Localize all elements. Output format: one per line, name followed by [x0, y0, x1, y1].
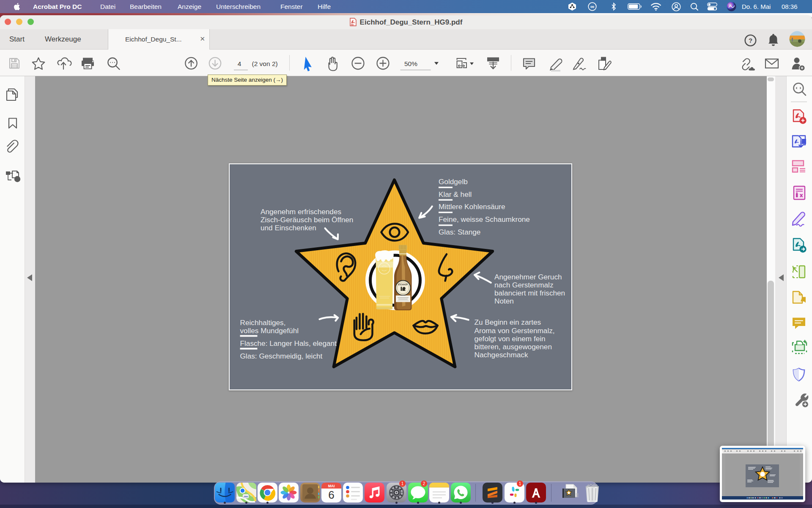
svg-text:6: 6	[328, 489, 334, 501]
svg-text:Zu Beginn ein zartes: Zu Beginn ein zartes	[475, 318, 541, 326]
svg-text:EICHHOF: EICHHOF	[398, 284, 408, 286]
svg-text:Noten: Noten	[494, 297, 514, 305]
svg-text:Zisch-Geräusch beim Öffnen: Zisch-Geräusch beim Öffnen	[261, 215, 353, 224]
svg-text:bitteren, ausgewogenen: bitteren, ausgewogenen	[475, 342, 552, 351]
svg-text:?: ?	[749, 37, 752, 44]
svg-text:Mittlere Kohlensäure: Mittlere Kohlensäure	[439, 202, 505, 211]
svg-text:Angenehm erfrischendes: Angenehm erfrischendes	[261, 207, 341, 216]
svg-text:und Einschenken: und Einschenken	[261, 224, 316, 232]
svg-text:Angenehmer Geruch: Angenehmer Geruch	[494, 273, 562, 281]
svg-text:Flasche: Langer Hals, elegant: Flasche: Langer Hals, elegant	[240, 339, 337, 348]
svg-text:Feine, weisse Schaumkrone: Feine, weisse Schaumkrone	[439, 215, 530, 224]
svg-text:Nachgeschmack: Nachgeschmack	[475, 351, 528, 359]
svg-text:Reichhaltiges,: Reichhaltiges,	[240, 318, 286, 327]
svg-text:280: 280	[243, 495, 248, 498]
svg-text:volles Mundgefühl: volles Mundgefühl	[240, 326, 299, 335]
svg-text:i: i	[17, 177, 18, 182]
svg-text:PDF: PDF	[351, 24, 354, 25]
svg-text:Glas: Stange: Glas: Stange	[439, 228, 480, 236]
svg-text:Klar & hell: Klar & hell	[439, 190, 472, 199]
svg-text:Aroma von Gerstenmalz,: Aroma von Gerstenmalz,	[475, 326, 555, 335]
svg-text:nach Gerstenmalz: nach Gerstenmalz	[494, 281, 553, 289]
svg-text:gefolgt von einem fein: gefolgt von einem fein	[475, 334, 546, 343]
svg-text:Goldgelb: Goldgelb	[439, 177, 468, 186]
svg-text:(2 von 2): (2 von 2)	[252, 60, 278, 67]
svg-text:balanciert mit frischen: balanciert mit frischen	[494, 289, 565, 297]
svg-text:MAI: MAI	[328, 484, 335, 488]
svg-text:4: 4	[238, 60, 241, 67]
svg-text:∞: ∞	[590, 3, 594, 10]
svg-text:Glas: Geschmeidig, leicht: Glas: Geschmeidig, leicht	[240, 352, 323, 360]
svg-text:50%: 50%	[404, 60, 417, 67]
